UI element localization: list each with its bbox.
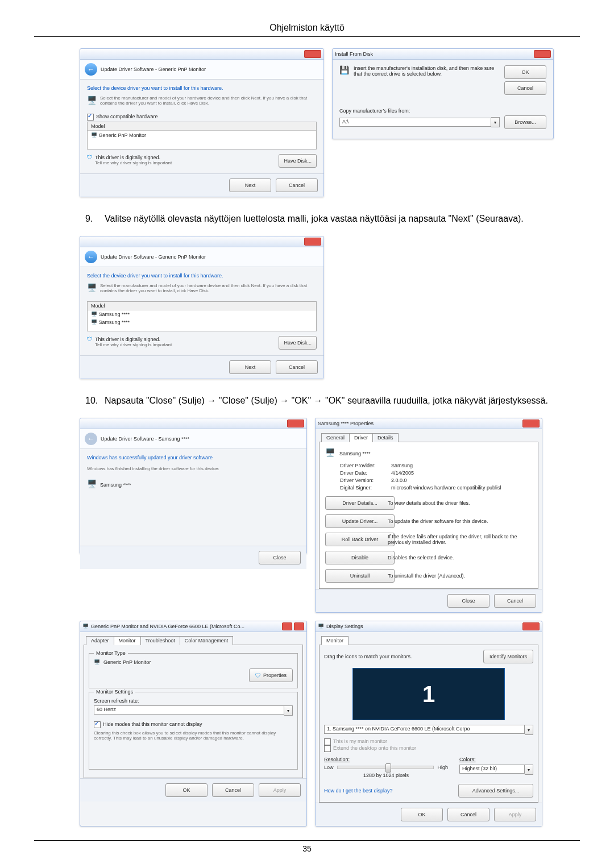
help-icon[interactable] <box>282 622 292 630</box>
close-icon[interactable] <box>294 622 304 630</box>
tab-monitor[interactable]: Monitor <box>114 636 141 645</box>
back-arrow-icon: ← <box>85 433 97 445</box>
signer-value: microsoft windows hardware compatibility… <box>391 485 532 491</box>
device-icon: 🖥️ <box>94 659 100 665</box>
cancel-button[interactable]: Cancel <box>276 178 318 192</box>
driver-details-button[interactable]: Driver Details... <box>325 496 395 510</box>
title: Samsung **** Properties <box>318 421 374 426</box>
hide-modes-label: Hide modes that this monitor cannot disp… <box>103 721 202 727</box>
title: Display Settings <box>326 624 363 629</box>
advanced-settings-button[interactable]: Advanced Settings... <box>458 784 533 798</box>
model-item-text: Samsung **** <box>99 312 130 317</box>
uninstall-button[interactable]: Uninstall <box>325 569 395 583</box>
ok-button[interactable]: OK <box>165 783 208 797</box>
dialog-update-success: ← Update Driver Software - Samsung **** … <box>80 418 307 554</box>
colors-label: Colors: <box>459 757 533 762</box>
hide-modes-checkbox[interactable] <box>94 721 101 728</box>
step-9-text: 9.Valitse näytöllä olevasta näyttöjen lu… <box>85 212 574 226</box>
properties-button[interactable]: 🛡Properties <box>249 668 293 682</box>
chevron-down-icon[interactable]: ▾ <box>284 705 293 716</box>
provider-label: Driver Provider: <box>340 463 391 468</box>
cancel-button[interactable]: Cancel <box>212 783 254 797</box>
apply-button[interactable]: Apply <box>494 808 536 821</box>
chevron-down-icon[interactable]: ▾ <box>491 117 500 127</box>
header-rule <box>34 36 580 37</box>
colors-select[interactable]: Highest (32 bit) <box>459 765 525 774</box>
breadcrumb-text: Update Driver Software - Generic PnP Mon… <box>101 67 206 72</box>
tab-troubleshoot[interactable]: Troubleshoot <box>140 636 180 645</box>
resolution-value: 1280 by 1024 pixels <box>324 773 448 778</box>
chevron-down-icon[interactable]: ▾ <box>525 725 533 735</box>
uninstall-desc: To uninstall the driver (Advanced). <box>388 573 532 579</box>
monitor-type-name: Generic PnP Monitor <box>103 659 151 665</box>
show-compatible-checkbox[interactable] <box>87 114 94 121</box>
dialog-device-properties: Samsung **** Properties General Driver D… <box>315 418 542 613</box>
tell-why-link[interactable]: Tell me why driver signing is important <box>95 160 172 165</box>
model-column-header: Model <box>88 302 316 310</box>
tab-general[interactable]: General <box>321 433 350 442</box>
tab-color-management[interactable]: Color Management <box>180 636 234 645</box>
device-name: Samsung **** <box>339 451 371 456</box>
rollback-desc: If the device fails after updating the d… <box>388 534 532 545</box>
description: Windows has finished installing the driv… <box>87 466 300 471</box>
cancel-button[interactable]: Cancel <box>447 808 489 821</box>
update-driver-button[interactable]: Update Driver... <box>325 514 395 528</box>
heading: Select the device driver you want to ins… <box>87 85 317 91</box>
breadcrumb-text: Update Driver Software - Generic PnP Mon… <box>101 254 206 260</box>
resolution-slider[interactable] <box>337 766 434 769</box>
close-icon[interactable] <box>522 622 540 630</box>
next-button[interactable]: Next <box>229 178 271 192</box>
dialog-install-from-disk: Install From Disk 💾 Insert the manufactu… <box>332 48 554 139</box>
dialog-display-settings: 🖥️Display Settings Monitor Drag the icon… <box>315 621 542 827</box>
cancel-button[interactable]: Cancel <box>276 360 318 374</box>
titlebar-blank <box>82 421 84 426</box>
model-item-text: Samsung **** <box>99 319 130 325</box>
close-button[interactable]: Close <box>259 551 301 564</box>
apply-button[interactable]: Apply <box>259 783 301 797</box>
rollback-button[interactable]: Roll Back Driver <box>325 533 395 546</box>
close-icon[interactable] <box>534 50 551 58</box>
step-10-text: 10.Napsauta "Close" (Sulje) → "Close" (S… <box>85 394 574 408</box>
step-10-body: Napsauta "Close" (Sulje) → "Close" (Sulj… <box>105 396 548 405</box>
tell-why-link[interactable]: Tell me why driver signing is important <box>95 342 172 347</box>
ok-button[interactable]: OK <box>504 65 546 79</box>
monitor-preview[interactable]: 1 <box>352 668 505 720</box>
model-item[interactable]: 🖥️ Samsung **** <box>88 310 316 318</box>
monitor-type-group: Monitor Type <box>94 650 128 656</box>
tab-driver[interactable]: Driver <box>349 433 373 442</box>
slider-thumb-icon[interactable] <box>385 763 391 773</box>
close-icon[interactable] <box>304 50 321 58</box>
back-arrow-icon[interactable]: ← <box>85 251 97 263</box>
model-item[interactable]: 🖥️ Generic PnP Monitor <box>88 131 316 140</box>
cancel-button[interactable]: Cancel <box>504 81 546 95</box>
browse-button[interactable]: Browse... <box>504 115 546 129</box>
close-button[interactable]: Close <box>447 594 489 608</box>
device-icon: 🖥️ <box>87 479 97 488</box>
tab-details[interactable]: Details <box>372 433 399 442</box>
model-item[interactable]: 🖥️ Samsung **** <box>88 318 316 326</box>
chevron-down-icon[interactable]: ▾ <box>525 765 533 775</box>
best-display-link[interactable]: How do I get the best display? <box>324 788 393 794</box>
monitor-select[interactable]: 1. Samsung **** on NVIDIA GeForce 6600 L… <box>324 725 525 734</box>
device-icon: 🖥️ <box>325 448 335 457</box>
disable-button[interactable]: Disable <box>325 551 395 564</box>
tab-monitor[interactable]: Monitor <box>321 636 349 645</box>
close-icon[interactable] <box>522 420 540 427</box>
refresh-rate-select[interactable]: 60 Hertz <box>94 705 284 715</box>
identify-monitors-button[interactable]: Identify Monitors <box>483 650 533 663</box>
drag-instruction: Drag the icons to match your monitors. <box>324 654 412 659</box>
back-arrow-icon[interactable]: ← <box>85 63 97 76</box>
path-input[interactable]: A:\ <box>339 118 491 127</box>
cancel-button[interactable]: Cancel <box>494 594 536 608</box>
have-disk-button[interactable]: Have Disk... <box>279 336 317 350</box>
tab-adapter[interactable]: Adapter <box>86 636 114 645</box>
close-icon[interactable] <box>304 238 321 246</box>
ok-button[interactable]: OK <box>401 808 443 821</box>
next-button[interactable]: Next <box>229 360 271 374</box>
have-disk-button[interactable]: Have Disk... <box>279 154 317 168</box>
main-monitor-label: This is my main monitor <box>333 738 387 744</box>
description: Select the manufacturer and model of you… <box>100 283 317 293</box>
properties-label: Properties <box>263 672 287 678</box>
dialog-update-driver-2: ← Update Driver Software - Generic PnP M… <box>80 236 324 379</box>
close-icon[interactable] <box>287 420 304 427</box>
